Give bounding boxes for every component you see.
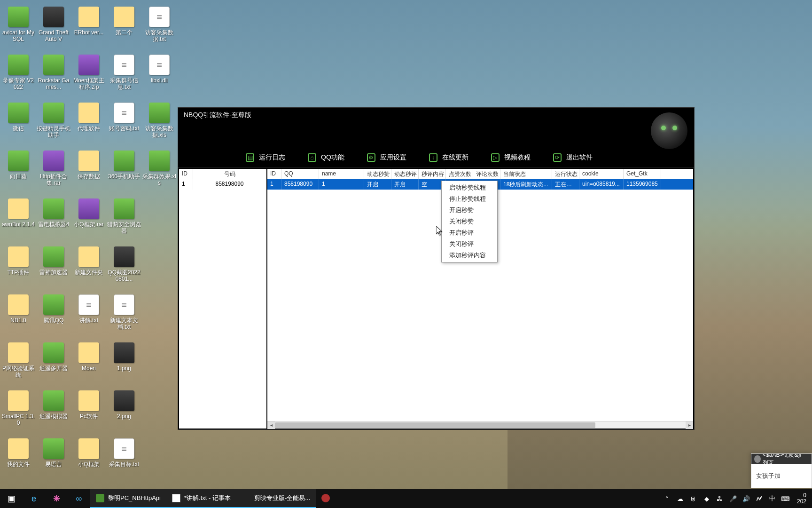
desktop-icon[interactable]: 逍遥多开器	[36, 340, 71, 388]
desktop-icon[interactable]: 访客采集数据.xls	[142, 100, 177, 148]
desktop-icon[interactable]: Moen	[71, 340, 106, 388]
toolbar-button[interactable]: ▤运行日志	[234, 147, 297, 168]
column-header[interactable]: 当前状态	[500, 169, 552, 179]
column-header[interactable]: cookie	[579, 169, 624, 179]
desktop-icon[interactable]: 采集目标.txt	[107, 436, 141, 484]
tray-network-icon[interactable]: 🖧	[714, 489, 726, 508]
column-header[interactable]: ID	[267, 169, 281, 179]
column-header[interactable]: QQ	[281, 169, 319, 179]
column-header[interactable]: 运行状态	[552, 169, 579, 179]
tray-mic-icon[interactable]: 🎤	[727, 489, 739, 508]
desktop-icon[interactable]: 360手机助手	[107, 148, 141, 196]
toolbar-button[interactable]: ⟳退出软件	[542, 147, 604, 168]
desktop-icon[interactable]: 采集群效果.xls	[142, 148, 177, 196]
context-menu-item[interactable]: 关闭秒评	[442, 238, 497, 250]
desktop-icon[interactable]: 雷电模拟器4	[36, 196, 71, 244]
context-menu-item[interactable]: 添加秒评内容	[442, 250, 497, 261]
tray-onedrive-icon[interactable]: ☁	[675, 489, 686, 508]
column-header[interactable]: 点赞次数	[446, 169, 473, 179]
column-header[interactable]: name	[319, 169, 364, 179]
scroll-thumb[interactable]	[275, 422, 595, 428]
tray-volume-icon[interactable]: 🔊	[741, 489, 752, 508]
desktop-icon[interactable]: 微信	[1, 100, 36, 148]
desktop-icon[interactable]: libxl.dll	[142, 52, 177, 100]
app-icon[interactable]: ∞	[68, 489, 90, 508]
context-menu-item[interactable]: 开启秒赞	[442, 205, 497, 216]
edge-icon[interactable]: e	[23, 489, 45, 508]
desktop-icon-label: 新建文本文档.txt	[107, 317, 141, 330]
column-header[interactable]: 动态秒赞	[364, 169, 391, 179]
context-menu-item[interactable]: 开启秒评	[442, 227, 497, 238]
desktop-icon[interactable]: 猎豹安全浏览器	[107, 196, 141, 244]
desktop-icon[interactable]: QQ截图20220801...	[107, 244, 141, 292]
desktop-icon[interactable]: 代理软件	[71, 100, 106, 148]
taskbar-item[interactable]: 黎明PC_NBHttpApi	[90, 489, 166, 508]
taskbar-item[interactable]: *讲解.txt - 记事本	[166, 489, 236, 508]
desktop-icon[interactable]: 2.png	[107, 388, 141, 436]
desktop-icon[interactable]: Grand Theft Auto V	[36, 4, 71, 52]
desktop-icon[interactable]: P网络验证系统	[1, 340, 36, 388]
desktop-icon[interactable]: 第二个	[107, 4, 141, 52]
column-header[interactable]: 动态秒评	[391, 169, 419, 179]
desktop-icon[interactable]: Moen框架主程序.zip	[71, 52, 106, 100]
horizontal-scrollbar[interactable]: ◂ ▸	[267, 421, 693, 429]
tray-app-icon[interactable]: ◆	[701, 489, 712, 508]
taskbar-item[interactable]	[316, 489, 336, 508]
column-header[interactable]: Get_Gtk	[624, 169, 661, 179]
desktop-icon[interactable]: Rockstar Games...	[36, 52, 71, 100]
desktop-icon[interactable]: avicat for MySQL	[1, 4, 36, 52]
desktop-icon[interactable]: SmallPC 1.3.0	[1, 388, 36, 436]
toolbar-button[interactable]: ⚙应用设置	[356, 147, 418, 168]
tray-ime-icon[interactable]: ⌨	[780, 489, 791, 508]
context-menu-item[interactable]: 关闭秒赞	[442, 216, 497, 227]
desktop-icon[interactable]: 录像专家 V2022	[1, 52, 36, 100]
desktop-icon[interactable]: 新建文本文档.txt	[107, 292, 141, 340]
desktop-icon[interactable]: 访客采集数据.txt	[142, 4, 177, 52]
scroll-track[interactable]	[275, 421, 686, 429]
desktop-icon[interactable]: 按键精灵手机助手	[36, 100, 71, 148]
desktop-icon[interactable]: 向日葵	[1, 148, 36, 196]
window-titlebar[interactable]: NBQQ引流软件-至尊版	[178, 108, 694, 123]
desktop-icon[interactable]: TTP插件	[1, 244, 36, 292]
desktop-icon[interactable]: 1.png	[107, 340, 141, 388]
column-header[interactable]: 评论次数	[473, 169, 500, 179]
table-row[interactable]: 1858198090	[179, 179, 266, 190]
desktop-icon[interactable]: ERbot ver...	[71, 4, 106, 52]
taskbar-clock[interactable]: 0 202	[793, 492, 810, 505]
desktop-icon[interactable]: awnBot 2.1.4	[1, 196, 36, 244]
toolbar-button[interactable]: ▷视频教程	[480, 147, 542, 168]
desktop-icon[interactable]: 保存数据	[71, 148, 106, 196]
scroll-right-button[interactable]: ▸	[686, 421, 693, 429]
start-button[interactable]: ▣	[0, 489, 23, 508]
desktop-icon[interactable]: 账号密码.txt	[107, 100, 141, 148]
tray-security-icon[interactable]: ⛨	[688, 489, 699, 508]
toolbar-button[interactable]: ⌂QQ功能	[297, 147, 356, 168]
desktop-icon[interactable]: 采集群号信息.txt	[107, 52, 141, 100]
col-id[interactable]: ID	[179, 169, 193, 179]
desktop-icon[interactable]: 易语言	[36, 436, 71, 484]
desktop-icon[interactable]: Http插件合集.rar	[36, 148, 71, 196]
context-menu-item[interactable]: 启动秒赞线程	[442, 182, 497, 193]
desktop-icon[interactable]: NB1.0	[1, 292, 36, 340]
app-launcher-icon[interactable]: ❋	[45, 489, 68, 508]
tray-chevron-icon[interactable]: ˄	[662, 489, 673, 508]
notification-popup[interactable]: <$áÂB>优质&扩列互 女孩子加	[751, 453, 812, 488]
left-grid-body[interactable]: 1858198090	[179, 179, 266, 429]
tray-battery-icon[interactable]: 🗲	[754, 489, 765, 508]
desktop-icon[interactable]: 逍遥模拟器	[36, 388, 71, 436]
desktop-icon[interactable]: 雷神加速器	[36, 244, 71, 292]
toolbar-button[interactable]: ↓在线更新	[418, 147, 480, 168]
desktop-icon[interactable]: 小Q框架.rar	[71, 196, 106, 244]
column-header[interactable]: 秒评内容	[419, 169, 446, 179]
taskbar-item[interactable]: 剪映专业版-全能易...	[236, 489, 316, 508]
desktop-icon[interactable]: 讲解.txt	[71, 292, 106, 340]
desktop-icon[interactable]: 腾讯QQ	[36, 292, 71, 340]
desktop-icon[interactable]: 新建文件夹	[71, 244, 106, 292]
desktop-icon[interactable]: 小Q框架	[71, 436, 106, 484]
scroll-left-button[interactable]: ◂	[267, 421, 275, 429]
context-menu-item[interactable]: 停止秒赞线程	[442, 193, 497, 205]
desktop-icon[interactable]: 我的文件	[1, 436, 36, 484]
tray-ime-lang[interactable]: 中	[767, 489, 778, 508]
col-num[interactable]: 号码	[193, 169, 266, 179]
desktop-icon[interactable]: Pc软件	[71, 388, 106, 436]
